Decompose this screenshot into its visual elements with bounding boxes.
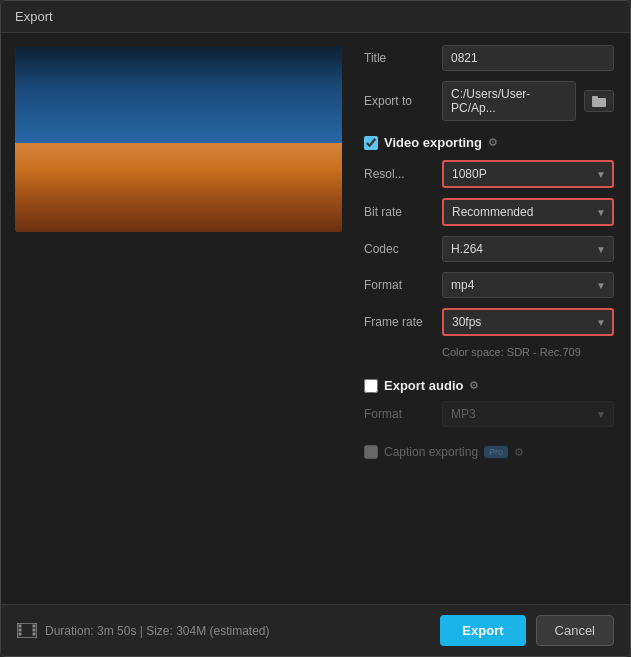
framerate-label: Frame rate: [364, 315, 434, 329]
cancel-button[interactable]: Cancel: [536, 615, 614, 646]
footer-buttons: Export Cancel: [440, 615, 614, 646]
footer: Duration: 3m 50s | Size: 304M (estimated…: [1, 604, 630, 656]
export-path-display: C:/Users/User-PC/Ap...: [442, 81, 576, 121]
color-space-text: Color space: SDR - Rec.709: [442, 346, 614, 358]
format-select-wrapper: mp4 mov avi ▼: [442, 272, 614, 298]
svg-rect-3: [19, 625, 22, 628]
bitrate-select[interactable]: Recommended Low High: [442, 198, 614, 226]
format-select[interactable]: mp4 mov avi: [442, 272, 614, 298]
export-button[interactable]: Export: [440, 615, 525, 646]
caption-label: Caption exporting: [384, 445, 478, 459]
audio-format-row: Format MP3 AAC ▼: [364, 401, 614, 427]
codec-row: Codec H.264 H.265 ▼: [364, 236, 614, 262]
video-settings-icon[interactable]: ⚙: [488, 136, 498, 149]
svg-rect-8: [33, 633, 36, 636]
audio-settings-icon[interactable]: ⚙: [469, 379, 479, 392]
audio-export-checkbox[interactable]: [364, 379, 378, 393]
format-label: Format: [364, 278, 434, 292]
audio-format-select-wrapper: MP3 AAC ▼: [442, 401, 614, 427]
codec-select-wrapper: H.264 H.265 ▼: [442, 236, 614, 262]
caption-settings-icon[interactable]: ⚙: [514, 446, 524, 459]
resolution-select[interactable]: 1080P 720P 4K: [442, 160, 614, 188]
video-section-header: Video exporting ⚙: [364, 135, 614, 150]
caption-export-checkbox[interactable]: [364, 445, 378, 459]
video-section-title: Video exporting: [384, 135, 482, 150]
pro-badge: Pro: [484, 446, 508, 458]
caption-section: Caption exporting Pro ⚙: [364, 445, 614, 459]
video-export-checkbox[interactable]: [364, 136, 378, 150]
framerate-select-wrapper: 30fps 24fps 60fps ▼: [442, 308, 614, 336]
framerate-row: Frame rate 30fps 24fps 60fps ▼: [364, 308, 614, 336]
audio-section-header: Export audio ⚙: [364, 378, 614, 393]
bitrate-select-wrapper: Recommended Low High ▼: [442, 198, 614, 226]
format-row: Format mp4 mov avi ▼: [364, 272, 614, 298]
codec-select[interactable]: H.264 H.265: [442, 236, 614, 262]
video-preview: [15, 47, 342, 232]
audio-section-title: Export audio: [384, 378, 463, 393]
codec-label: Codec: [364, 242, 434, 256]
audio-section: Export audio ⚙ Format MP3 AAC ▼: [364, 374, 614, 437]
resolution-select-wrapper: 1080P 720P 4K ▼: [442, 160, 614, 188]
resolution-label: Resol...: [364, 167, 434, 181]
footer-info-text: Duration: 3m 50s | Size: 304M (estimated…: [45, 624, 270, 638]
content-area: Title Export to C:/Users/User-PC/Ap... V…: [1, 33, 630, 604]
title-row: Title: [364, 45, 614, 71]
film-strip-icon: [17, 623, 37, 638]
bitrate-row: Bit rate Recommended Low High ▼: [364, 198, 614, 226]
footer-info: Duration: 3m 50s | Size: 304M (estimated…: [17, 623, 270, 638]
svg-rect-5: [19, 633, 22, 636]
title-label: Title: [364, 51, 434, 65]
title-input[interactable]: [442, 45, 614, 71]
bitrate-label: Bit rate: [364, 205, 434, 219]
export-dialog: Export Title Export to C:/Users/User-PC/…: [0, 0, 631, 657]
svg-rect-4: [19, 629, 22, 632]
export-to-row: Export to C:/Users/User-PC/Ap...: [364, 81, 614, 121]
folder-icon: [592, 95, 606, 107]
svg-rect-1: [592, 96, 598, 99]
svg-rect-6: [33, 625, 36, 628]
framerate-select[interactable]: 30fps 24fps 60fps: [442, 308, 614, 336]
svg-rect-0: [592, 98, 606, 107]
svg-rect-7: [33, 629, 36, 632]
settings-panel: Title Export to C:/Users/User-PC/Ap... V…: [356, 33, 630, 604]
browse-folder-button[interactable]: [584, 90, 614, 112]
dialog-title: Export: [15, 9, 53, 24]
resolution-row: Resol... 1080P 720P 4K ▼: [364, 160, 614, 188]
title-bar: Export: [1, 1, 630, 33]
export-to-label: Export to: [364, 94, 434, 108]
preview-panel: [1, 33, 356, 604]
audio-format-select[interactable]: MP3 AAC: [442, 401, 614, 427]
audio-format-label: Format: [364, 407, 434, 421]
